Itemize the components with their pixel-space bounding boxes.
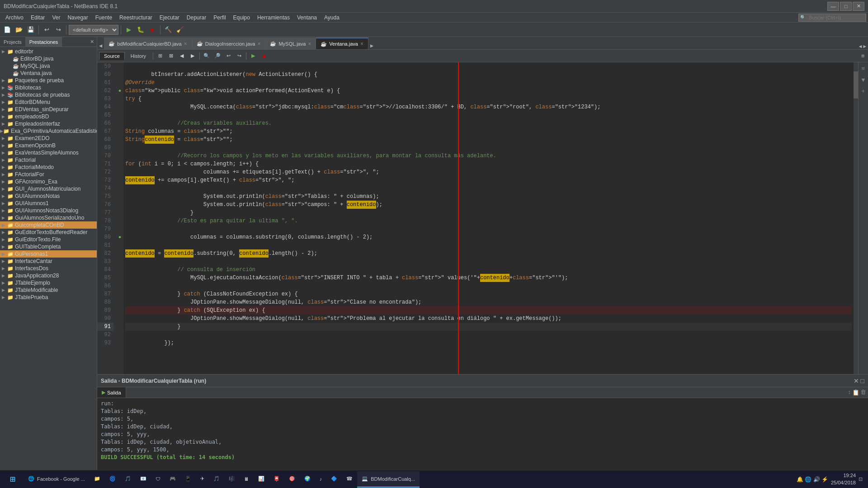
taskbar-item17[interactable]: ♪ — [315, 471, 327, 488]
taskbar-item16[interactable]: 🌍 — [300, 471, 315, 488]
tab-close-dialogo[interactable]: × — [257, 41, 260, 47]
stop-button[interactable]: ■ — [147, 24, 158, 35]
tree-item[interactable]: ▶📁Paquetes de prueba — [0, 77, 97, 84]
tab-bdmodificar[interactable]: ☕ bdModificarCualquierBD.java × — [104, 38, 192, 49]
et-btn-7[interactable]: ↩ — [223, 51, 233, 61]
show-desktop-icon[interactable]: ⊡ — [859, 476, 863, 482]
tree-item[interactable]: ▶📁GUIAlumnos1 — [0, 200, 97, 207]
taskbar-item5[interactable]: 📧 — [136, 471, 151, 488]
tree-item[interactable]: ▶📁Examen2EDO — [0, 135, 97, 142]
code-line[interactable]: class="kw">public class="kw">void action… — [125, 87, 852, 95]
tree-item[interactable]: ▶📚Bibliotecas — [0, 84, 97, 91]
menu-depurar[interactable]: Depurar — [183, 14, 210, 22]
tree-item[interactable]: ▶📁EmpleadosInterfaz — [0, 120, 97, 127]
code-line[interactable]: btInsertar.addActionListener(new ActionL… — [125, 70, 852, 79]
minimize-button[interactable]: — — [827, 2, 839, 11]
code-line[interactable] — [125, 331, 852, 339]
tree-item[interactable]: ▶📁GUIAlumnosNotas3Dialog — [0, 207, 97, 214]
global-search[interactable]: 🔍 — [798, 14, 866, 22]
taskbar-item4[interactable]: 🎵 — [120, 471, 136, 488]
clear-icon[interactable]: 🗑 — [860, 389, 866, 396]
tree-item[interactable]: ▶📁FActorialFor — [0, 171, 97, 178]
menu-editar[interactable]: Editar — [27, 14, 48, 22]
side-icon-1[interactable]: ≡ — [860, 64, 867, 74]
code-line[interactable]: //Creas variables auxiliares. — [125, 119, 852, 127]
menu-herramientas[interactable]: Herramientas — [254, 14, 293, 22]
et-btn-6[interactable]: 🔎 — [212, 51, 222, 61]
code-line[interactable]: for (int i = 0; i < campos.length; i++) … — [125, 160, 852, 168]
editor-scrollbar[interactable] — [854, 62, 858, 374]
code-line[interactable]: } catch (SQLException ex) { — [125, 306, 852, 314]
output-clear-icon[interactable]: ✕ — [854, 377, 859, 385]
code-line[interactable]: contenido = contenido.substring(0, conte… — [125, 249, 852, 258]
sidebar-close-button[interactable]: × — [88, 37, 97, 47]
tree-item[interactable]: ▶📁EditorBDMenu — [0, 99, 97, 106]
taskbar-item15[interactable]: 🎯 — [284, 471, 300, 488]
menu-ayuda[interactable]: Ayuda — [321, 14, 343, 22]
tree-item[interactable]: ▶📁GFAcronimo_Exa — [0, 178, 97, 185]
code-line[interactable] — [125, 282, 852, 290]
code-line[interactable]: columnas += etiquetas[i].getText() + cla… — [125, 168, 852, 176]
tab-close-bdmodificar[interactable]: × — [184, 41, 187, 47]
tree-item[interactable]: ☕Ventana.java — [0, 70, 97, 77]
et-btn-8[interactable]: ↪ — [234, 51, 244, 61]
build-button[interactable]: 🔨 — [163, 24, 174, 35]
tree-item[interactable]: ☕EditorBD.java — [0, 55, 97, 62]
code-line[interactable] — [125, 111, 852, 119]
code-line[interactable]: // consulta de inserción — [125, 266, 852, 274]
et-btn-2[interactable]: ⊠ — [166, 51, 176, 61]
tree-item[interactable]: ▶📁ExamenOpcionB — [0, 142, 97, 149]
menu-ejecutar[interactable]: Ejecutar — [156, 14, 183, 22]
open-button[interactable]: 📂 — [14, 24, 24, 35]
code-editor[interactable]: btInsertar.addActionListener(new ActionL… — [123, 62, 854, 374]
code-line[interactable]: contenido += campos[i].getText() + class… — [125, 176, 852, 184]
tree-item[interactable]: ▶📁JTableEjemplo — [0, 279, 97, 286]
side-icon-3[interactable]: + — [860, 87, 867, 96]
code-line[interactable]: JOptionPane.showMessageDialog(null, clas… — [125, 314, 852, 323]
menu-ventana[interactable]: Ventana — [293, 14, 321, 22]
taskbar-item7[interactable]: 🎮 — [165, 471, 180, 488]
code-line[interactable] — [125, 144, 852, 152]
tree-item[interactable]: ▶📁FactorialMetodo — [0, 164, 97, 171]
code-line[interactable]: String columnas = class="str">""; — [125, 127, 852, 136]
tab-scroll-left[interactable]: ◀ — [97, 42, 104, 49]
tab-projects[interactable]: Projects — [0, 37, 26, 47]
taskbar-item9[interactable]: ✈ — [196, 471, 209, 488]
taskbar-item6[interactable]: 🛡 — [151, 471, 165, 488]
code-line[interactable]: //Esto es para quitar la ultima ", ". — [125, 217, 852, 225]
tree-item[interactable]: ▶📁InterfaceCantar — [0, 258, 97, 265]
menu-ver[interactable]: Ver — [48, 14, 64, 22]
tree-item[interactable]: ▶📁GuEditorTextoBufferedReader — [0, 229, 97, 236]
menu-fuente[interactable]: Fuente — [92, 14, 116, 22]
tree-item[interactable]: ▶📁Factorial — [0, 156, 97, 164]
taskbar-item11[interactable]: 🎼 — [224, 471, 240, 488]
menu-navegar[interactable]: Navegar — [64, 14, 91, 22]
taskbar-item14[interactable]: 📮 — [269, 471, 284, 488]
code-line[interactable] — [125, 241, 852, 249]
undo-button[interactable]: ↩ — [41, 24, 52, 35]
taskbar-facebook[interactable]: 🌐 Facebook - Google ... — [24, 471, 90, 488]
tree-item[interactable]: ▶📁GuicompletaCOnBD — [0, 221, 97, 229]
tree-item[interactable]: ▶📁editorbr — [0, 48, 97, 55]
et-btn-3[interactable]: ◀ — [177, 51, 187, 61]
tree-item[interactable]: ▶📁EDVentas_sinDepurar — [0, 106, 97, 113]
clean-button[interactable]: 🧹 — [175, 24, 185, 35]
scrollbar-thumb[interactable] — [854, 71, 858, 99]
output-maximize-icon[interactable]: □ — [861, 377, 864, 385]
tree-item[interactable]: ▶📁GUI_AlumnosMatriculacion — [0, 185, 97, 192]
code-line[interactable]: System.out.println(class="str">"campos: … — [125, 201, 852, 209]
tree-item[interactable]: ▶📁empleadosBD — [0, 113, 97, 120]
taskbar-netbeans[interactable]: 💻 BDModificarCualq... — [357, 471, 420, 488]
code-line[interactable]: @Override — [125, 79, 852, 87]
tree-item[interactable]: ▶📁GuPersonas1 — [0, 250, 97, 258]
run-et-btn[interactable]: ▶ — [248, 51, 258, 61]
start-button[interactable]: ⊞ — [2, 470, 24, 488]
run-button[interactable]: ▶ — [123, 24, 134, 35]
menu-equipo[interactable]: Equipo — [230, 14, 254, 22]
tree-item[interactable]: ▶📁InterfacesDos — [0, 265, 97, 272]
tree-item[interactable]: ▶📁ExaVentasSimpleAlumnos — [0, 149, 97, 156]
save-button[interactable]: 💾 — [25, 24, 36, 35]
code-line[interactable]: }); — [125, 339, 852, 347]
copy-icon[interactable]: 📋 — [852, 389, 859, 396]
et-btn-1[interactable]: ⊞ — [155, 51, 165, 61]
